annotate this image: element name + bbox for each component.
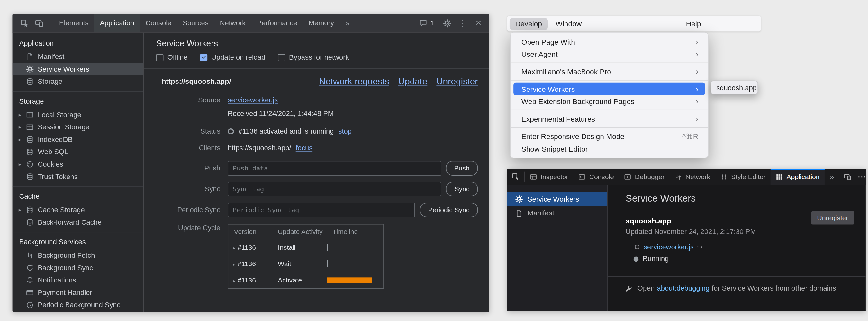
- responsive-design-icon[interactable]: [840, 169, 855, 185]
- inspect-element-icon[interactable]: [17, 16, 32, 31]
- bypass-for-network-checkbox[interactable]: Bypass for network: [278, 54, 349, 62]
- submenu-squoosh-app[interactable]: squoosh.app: [711, 80, 758, 95]
- periodic-sync-button[interactable]: Periodic Sync: [420, 203, 478, 217]
- checkbox-checked-icon[interactable]: [200, 54, 207, 61]
- menu-item-experimental-features[interactable]: Experimental Features: [514, 113, 705, 125]
- menu-item-enter-responsive-design-mode[interactable]: Enter Responsive Design Mode ^⌘R: [514, 130, 705, 143]
- row-expander-icon[interactable]: [233, 260, 235, 268]
- origin-row: https://squoosh.app/ Network requests Up…: [144, 76, 478, 87]
- push-input[interactable]: [227, 161, 441, 176]
- sidebar-item-indexeddb[interactable]: IndexedDB: [12, 134, 144, 146]
- close-icon[interactable]: [471, 16, 486, 31]
- menu-develop[interactable]: Develop: [509, 17, 548, 30]
- service-worker-details: https://squoosh.app/ Network requests Up…: [144, 69, 489, 289]
- sidebar-item-background-sync[interactable]: Background Sync: [12, 262, 144, 274]
- periodic-sync-input[interactable]: [227, 203, 415, 217]
- issues-counter[interactable]: 1: [415, 19, 438, 27]
- status-row: Status #1136 activated and is running st…: [144, 127, 478, 135]
- sidebar-item-local-storage[interactable]: Local Storage: [12, 108, 144, 121]
- field-label: Source: [144, 96, 227, 104]
- checkbox-icon[interactable]: [278, 54, 285, 61]
- source-file-link[interactable]: serviceworker.js: [227, 96, 278, 104]
- menu-item-service-workers[interactable]: Service Workers: [514, 83, 705, 95]
- gear-icon: [515, 195, 523, 203]
- stage: Elements Application Console Sources Net…: [0, 0, 868, 321]
- tab-performance[interactable]: Performance: [251, 14, 303, 32]
- node-picker-icon[interactable]: [507, 169, 524, 185]
- database-icon: [26, 173, 34, 181]
- settings-gear-icon[interactable]: [439, 16, 454, 31]
- mac-menubar: Develop Window Help: [507, 16, 761, 31]
- sidebar-item-cookies[interactable]: Cookies: [12, 158, 144, 171]
- database-icon: [26, 218, 34, 226]
- chrome-devtools-panel: Elements Application Console Sources Net…: [12, 14, 489, 312]
- more-tabs-icon[interactable]: [825, 169, 839, 185]
- menu-help[interactable]: Help: [680, 17, 707, 30]
- menu-item-show-snippet-editor[interactable]: Show Snippet Editor: [514, 143, 705, 155]
- sidebar-item-payment-handler[interactable]: Payment Handler: [12, 286, 144, 299]
- tab-elements[interactable]: Elements: [54, 14, 94, 32]
- submenu-chevron-icon: [696, 49, 698, 59]
- tab-application[interactable]: Application: [771, 169, 825, 185]
- tab-console[interactable]: Console: [140, 14, 177, 32]
- worker-file-link[interactable]: serviceworker.js: [644, 243, 694, 251]
- toolbar-right-actions: [839, 169, 866, 185]
- row-expander-icon[interactable]: [233, 276, 235, 284]
- sidebar-item-storage[interactable]: Storage: [12, 75, 144, 88]
- sidebar-item-notifications[interactable]: Notifications: [12, 274, 144, 287]
- network-requests-link[interactable]: Network requests: [319, 76, 389, 87]
- tab-network[interactable]: Network: [214, 14, 251, 32]
- firefox-body: Service Workers Manifest Service Workers…: [507, 185, 866, 311]
- database-icon: [26, 136, 34, 144]
- menu-item-web-extension-background-pages[interactable]: Web Extension Background Pages: [514, 95, 705, 108]
- update-cycle-table: Version Update Activity Timeline #1136: [227, 224, 384, 289]
- toolbar-divider: [50, 18, 50, 28]
- options-row: Offline Update on reload Bypass for netw…: [156, 54, 489, 68]
- update-link[interactable]: Update: [398, 76, 427, 87]
- menu-item-open-page-with[interactable]: Open Page With: [514, 35, 705, 48]
- sidebar-item-session-storage[interactable]: Session Storage: [12, 121, 144, 134]
- tab-console[interactable]: Console: [574, 169, 619, 185]
- sidebar-item-back-forward-cache[interactable]: Back-forward Cache: [12, 216, 144, 228]
- sidebar-item-manifest[interactable]: Manifest: [507, 206, 607, 220]
- meatball-menu-icon[interactable]: [855, 169, 866, 185]
- tab-application[interactable]: Application: [94, 14, 140, 32]
- kebab-menu-icon[interactable]: [456, 16, 470, 31]
- sidebar-item-cache-storage[interactable]: Cache Storage: [12, 204, 144, 216]
- sidebar-item-background-fetch[interactable]: Background Fetch: [12, 249, 144, 262]
- checkbox-icon[interactable]: [156, 54, 164, 61]
- application-sidebar: Application Manifest Service Workers Sto…: [12, 33, 144, 312]
- sidebar-item-manifest[interactable]: Manifest: [12, 51, 144, 63]
- tab-network[interactable]: Network: [670, 169, 715, 185]
- sidebar-section-storage: Storage Local Storage Session Storage In…: [12, 94, 144, 187]
- devtools-tabs: Elements Application Console Sources Net…: [54, 14, 355, 32]
- push-button[interactable]: Push: [445, 161, 478, 176]
- sidebar-item-service-workers[interactable]: Service Workers: [507, 192, 607, 206]
- menu-window[interactable]: Window: [550, 17, 587, 30]
- device-toolbar-icon[interactable]: [31, 16, 46, 31]
- tab-inspector[interactable]: Inspector: [525, 169, 573, 185]
- sidebar-item-trust-tokens[interactable]: Trust Tokens: [12, 171, 144, 183]
- menu-item-macbook-pro[interactable]: Maximiliano's MacBook Pro: [514, 65, 705, 78]
- update-on-reload-checkbox[interactable]: Update on reload: [200, 54, 265, 62]
- row-expander-icon[interactable]: [233, 243, 235, 251]
- timeline-activate-bar: [327, 277, 372, 283]
- offline-checkbox[interactable]: Offline: [156, 54, 188, 62]
- sidebar-item-service-workers[interactable]: Service Workers: [12, 63, 144, 75]
- focus-link[interactable]: focus: [296, 144, 312, 152]
- menu-item-user-agent[interactable]: User Agent: [514, 48, 705, 60]
- sync-input[interactable]: [227, 182, 441, 197]
- tab-debugger[interactable]: Debugger: [619, 169, 670, 185]
- tab-style-editor[interactable]: Style Editor: [715, 169, 771, 185]
- unregister-button[interactable]: Unregister: [811, 211, 855, 224]
- more-tabs-icon[interactable]: [340, 14, 355, 32]
- sidebar-item-periodic-background-sync[interactable]: Periodic Background Sync: [12, 299, 144, 311]
- about-debugging-link[interactable]: about:debugging: [657, 284, 710, 292]
- sync-button[interactable]: Sync: [446, 182, 478, 197]
- tab-memory[interactable]: Memory: [303, 14, 340, 32]
- database-icon: [26, 78, 34, 86]
- tab-sources[interactable]: Sources: [177, 14, 214, 32]
- unregister-link[interactable]: Unregister: [436, 76, 478, 87]
- stop-link[interactable]: stop: [339, 127, 352, 135]
- sidebar-item-web-sql[interactable]: Web SQL: [12, 146, 144, 158]
